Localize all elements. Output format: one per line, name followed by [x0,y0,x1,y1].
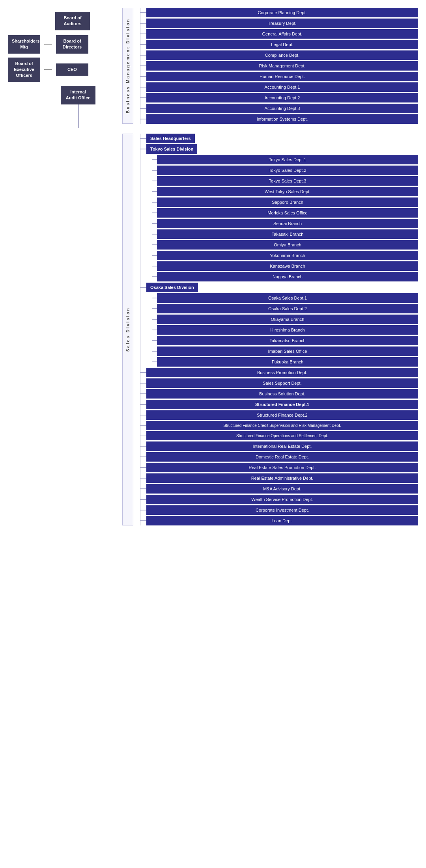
list-item: Accounting Dept.3 [140,104,418,113]
divisions-panel: Business Management Division Corporate P… [114,8,418,525]
list-item: Takasaki Branch [152,229,418,239]
board-of-auditors: Board of Auditors [55,12,90,30]
bm-dept-list: Corporate Planning Dept. Treasury Dept. … [140,8,418,124]
west-tokyo-sales: West Tokyo Sales Dept. [157,187,418,196]
list-item: Omiya Branch [152,240,418,250]
tokyo-sales-dept3: Tokyo Sales Dept.3 [157,176,418,186]
sales-division: Sales Division Sales Headquarters Tokyo … [122,134,418,525]
list-item: Structured Finance Credit Supervision an… [140,421,418,430]
dept-info-systems: Information Systems Dept. [146,114,418,124]
tokyo-sales-dept1: Tokyo Sales Dept.1 [157,155,418,164]
internal-audit-office: Internal Audit Office [61,86,95,104]
list-item: Sendai Branch [152,219,418,228]
list-item: Imabari Sales Office [152,346,418,356]
list-item: Information Systems Dept. [140,114,418,124]
intl-real-estate: International Real Estate Dept. [146,441,418,451]
list-item: Real Estate Sales Promotion Dept. [140,463,418,472]
dept-legal: Legal Dept. [146,40,418,49]
shareholders-mtg: Shareholders Mtg [8,35,40,54]
dept-compliance: Compliance Dept. [146,50,418,60]
dept-accounting2: Accounting Dept.2 [146,93,418,102]
list-item: International Real Estate Dept. [140,441,418,451]
list-item: Tokyo Sales Dept.1 [152,155,418,164]
list-item: Risk Management Dept. [140,61,418,71]
list-item: Structured Finance Dept.2 [140,410,418,420]
governance-panel: Board of Auditors Shareholders Mtg Board… [8,8,114,525]
list-item: Sapporo Branch [152,197,418,207]
ceo: CEO [56,63,88,76]
list-item: Corporate Planning Dept. [140,8,418,17]
list-item: Osaka Sales Dept.1 [152,293,418,303]
kanazawa-branch: Kanazawa Branch [157,261,418,271]
list-item: Nagoya Branch [152,272,418,281]
list-item: Takamatsu Branch [152,336,418,345]
list-item: Structured Finance Dept.1 [140,400,418,409]
list-item: Legal Dept. [140,40,418,49]
tokyo-sales-division: Tokyo Sales Division [146,144,197,154]
business-promotion: Business Promotion Dept. [146,368,418,377]
omiya-branch: Omiya Branch [157,240,418,250]
list-item: Human Resource Dept. [140,72,418,81]
list-item: Okayama Branch [152,315,418,324]
imabari-sales: Imabari Sales Office [157,346,418,356]
list-item: Compliance Dept. [140,50,418,60]
list-item: Sales Headquarters [140,134,418,143]
structured-finance-2: Structured Finance Dept.2 [146,410,418,420]
list-item: Structured Finance Operations and Settle… [140,431,418,440]
morioka-sales: Morioka Sales Office [157,208,418,218]
structured-finance-credit: Structured Finance Credit Supervision an… [146,421,418,430]
domestic-real-estate: Domestic Real Estate Dept. [146,452,418,462]
list-item: Treasury Dept. [140,19,418,28]
hiroshima-branch: Hiroshima Branch [157,325,418,335]
sales-hq: Sales Headquarters [146,134,195,143]
takasaki-branch: Takasaki Branch [157,229,418,239]
structured-finance-1: Structured Finance Dept.1 [146,400,418,409]
list-item: Sales Support Dept. [140,378,418,388]
business-management-division: Business Management Division Corporate P… [122,8,418,124]
list-item: Morioka Sales Office [152,208,418,218]
dept-risk-management: Risk Management Dept. [146,61,418,71]
business-solution: Business Solution Dept. [146,389,418,399]
sales-division-label: Sales Division [125,307,130,352]
list-item: Kanazawa Branch [152,261,418,271]
list-item: Tokyo Sales Division [140,144,418,154]
sales-division-bar: Sales Division [122,134,133,525]
list-item: Hiroshima Branch [152,325,418,335]
list-item: M&A Advisory Dept. [140,484,418,494]
re-administrative: Real Estate Administrative Dept. [146,473,418,483]
tokyo-sales-dept2: Tokyo Sales Dept.2 [157,166,418,175]
list-item: Loan Dept. [140,516,418,525]
list-item: General Affairs Dept. [140,29,418,39]
yokohama-branch: Yokohama Branch [157,251,418,260]
fukuoka-branch: Fukuoka Branch [157,357,418,367]
board-of-directors: Board of Directors [56,35,88,54]
main-wrapper: Board of Auditors Shareholders Mtg Board… [8,8,418,525]
list-item: Domestic Real Estate Dept. [140,452,418,462]
loan-dept: Loan Dept. [146,516,418,525]
structured-finance-ops: Structured Finance Operations and Settle… [146,431,418,440]
bm-division-label: Business Management Division [125,18,130,114]
list-item: Corporate Investment Dept. [140,505,418,515]
list-item: West Tokyo Sales Dept. [152,187,418,196]
list-item: Business Solution Dept. [140,389,418,399]
dept-general-affairs: General Affairs Dept. [146,29,418,39]
list-item: Accounting Dept.1 [140,82,418,92]
list-item: Osaka Sales Division [140,283,418,292]
sales-support: Sales Support Dept. [146,378,418,388]
list-item: Tokyo Sales Dept.3 [152,176,418,186]
wealth-service: Wealth Service Promotion Dept. [146,495,418,504]
ma-advisory: M&A Advisory Dept. [146,484,418,494]
list-item: Osaka Sales Dept.2 [152,304,418,313]
dept-treasury: Treasury Dept. [146,19,418,28]
osaka-sales-dept2: Osaka Sales Dept.2 [157,304,418,313]
list-item: Real Estate Administrative Dept. [140,473,418,483]
list-item: Yokohama Branch [152,251,418,260]
sales-dept-list: Sales Headquarters Tokyo Sales Division … [140,134,418,525]
takamatsu-branch: Takamatsu Branch [157,336,418,345]
list-item: Accounting Dept.2 [140,93,418,102]
corporate-investment: Corporate Investment Dept. [146,505,418,515]
list-item: Tokyo Sales Dept.2 [152,166,418,175]
dept-accounting3: Accounting Dept.3 [146,104,418,113]
re-sales-promotion: Real Estate Sales Promotion Dept. [146,463,418,472]
dept-accounting1: Accounting Dept.1 [146,82,418,92]
